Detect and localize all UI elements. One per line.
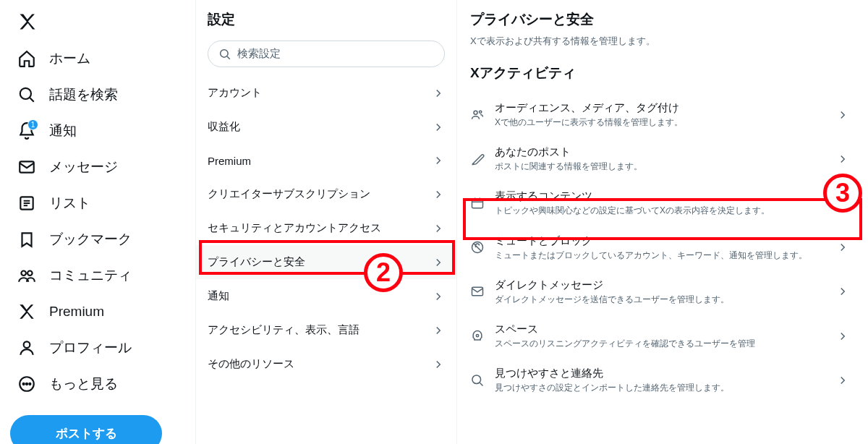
community-icon — [17, 266, 36, 285]
svg-rect-13 — [472, 200, 483, 208]
chevron-right-icon — [432, 358, 445, 371]
primary-nav: ホーム 話題を検索 1 通知 メッセージ リスト ブックマーク コミュニティ P… — [0, 0, 195, 444]
settings-item-label: アカウント — [208, 86, 262, 100]
settings-item[interactable]: Premium — [196, 144, 456, 177]
chevron-right-icon — [432, 256, 445, 269]
detail-panel: プライバシーと安全 Xで表示および共有する情報を管理します。 Xアクティビティ … — [457, 0, 868, 444]
chevron-right-icon — [432, 121, 445, 134]
detail-item-text: ダイレクトメッセージダイレクトメッセージを送信できるユーザーを管理します。 — [495, 278, 826, 305]
nav-label: 通知 — [49, 121, 77, 140]
mail-icon — [17, 158, 36, 176]
settings-title: 設定 — [196, 0, 456, 36]
settings-item[interactable]: アクセシビリティ、表示、言語 — [196, 313, 456, 347]
detail-subtitle: Xで表示および共有する情報を管理します。 — [457, 35, 862, 58]
nav-notifications[interactable]: 1 通知 — [7, 114, 190, 148]
detail-item-desc: ダイレクトメッセージを送信できるユーザーを管理します。 — [495, 294, 826, 305]
nav-more[interactable]: もっと見る — [7, 367, 190, 401]
chevron-right-icon — [432, 154, 445, 167]
nav-home[interactable]: ホーム — [7, 42, 190, 75]
search-icon — [218, 48, 231, 61]
settings-search-wrap: 検索設定 — [196, 36, 456, 76]
detail-item-text: ミュートとブロックミュートまたはブロックしているアカウント、キーワード、通知を管… — [495, 234, 826, 261]
settings-item-label: クリエイターサブスクリプション — [208, 187, 370, 201]
detail-item[interactable]: ミュートとブロックミュートまたはブロックしているアカウント、キーワード、通知を管… — [457, 226, 862, 270]
settings-item[interactable]: アカウント — [196, 76, 456, 110]
settings-item-label: アクセシビリティ、表示、言語 — [208, 323, 359, 337]
post-button[interactable]: ポストする — [10, 415, 162, 444]
chevron-right-icon — [432, 324, 445, 337]
search-icon — [17, 85, 36, 104]
detail-item-desc: ミュートまたはブロックしているアカウント、キーワード、通知を管理します。 — [495, 249, 826, 261]
chevron-right-icon — [432, 290, 445, 303]
nav-label: Premium — [49, 304, 104, 320]
nav-label: リスト — [49, 194, 90, 213]
nav-lists[interactable]: リスト — [7, 187, 190, 220]
x-logo[interactable] — [17, 12, 38, 32]
settings-item-label: セキュリティとアカウントアクセス — [208, 221, 381, 235]
notification-badge: 1 — [27, 119, 38, 130]
nav-communities[interactable]: コミュニティ — [7, 259, 190, 292]
svg-point-11 — [474, 111, 477, 114]
nav-profile[interactable]: プロフィール — [7, 331, 190, 364]
settings-item[interactable]: その他のリソース — [196, 347, 456, 381]
settings-item[interactable]: クリエイターサブスクリプション — [196, 177, 456, 211]
chevron-right-icon — [432, 87, 445, 100]
settings-item[interactable]: 収益化 — [196, 110, 456, 144]
svg-point-5 — [24, 341, 30, 348]
detail-item-label: ミュートとブロック — [495, 234, 826, 248]
detail-item-text: スペーススペースのリスニングアクティビティを確認できるユーザーを管理 — [495, 323, 826, 349]
svg-point-4 — [27, 271, 33, 276]
nav-bookmarks[interactable]: ブックマーク — [7, 223, 190, 256]
settings-item[interactable]: セキュリティとアカウントアクセス — [196, 211, 456, 245]
nav-label: もっと見る — [49, 375, 118, 393]
chevron-right-icon — [836, 374, 849, 387]
detail-item-desc: 見つけやすさの設定とインポートした連絡先を管理します。 — [495, 382, 826, 393]
detail-item-label: オーディエンス、メディア、タグ付け — [495, 101, 826, 115]
nav-messages[interactable]: メッセージ — [7, 150, 190, 184]
bell-icon: 1 — [17, 121, 36, 140]
detail-item-icon — [470, 284, 485, 299]
nav-premium[interactable]: Premium — [7, 295, 190, 328]
nav-explore[interactable]: 話題を検索 — [7, 78, 190, 111]
svg-point-16 — [476, 334, 478, 336]
detail-item-label: あなたのポスト — [495, 145, 826, 159]
detail-item-icon — [470, 373, 485, 388]
home-icon — [17, 49, 36, 68]
settings-item[interactable]: プライバシーと安全 — [196, 245, 456, 279]
settings-search[interactable]: 検索設定 — [208, 40, 445, 67]
svg-point-12 — [480, 111, 482, 113]
more-icon — [17, 375, 36, 393]
detail-list: オーディエンス、メディア、タグ付けXで他のユーザーに表示する情報を管理します。あ… — [457, 93, 862, 402]
svg-point-7 — [23, 383, 25, 385]
chevron-right-icon — [836, 153, 849, 166]
detail-item-icon — [470, 108, 485, 122]
settings-list: アカウント収益化Premiumクリエイターサブスクリプションセキュリティとアカウ… — [196, 76, 456, 381]
detail-item[interactable]: あなたのポストポストに関連する情報を管理します。 — [457, 137, 862, 181]
detail-item[interactable]: 見つけやすさと連絡先見つけやすさの設定とインポートした連絡先を管理します。 — [457, 358, 862, 402]
settings-item-label: Premium — [208, 155, 251, 167]
settings-item[interactable]: 通知 — [196, 279, 456, 313]
chevron-right-icon — [836, 108, 849, 121]
detail-item-label: ダイレクトメッセージ — [495, 278, 826, 292]
detail-item[interactable]: オーディエンス、メディア、タグ付けXで他のユーザーに表示する情報を管理します。 — [457, 93, 862, 137]
chevron-right-icon — [836, 241, 849, 254]
settings-item-label: 通知 — [208, 289, 229, 303]
svg-point-10 — [221, 49, 229, 57]
nav-label: ホーム — [49, 49, 90, 68]
nav-label: プロフィール — [49, 338, 132, 357]
detail-item-icon — [470, 240, 485, 255]
nav-label: メッセージ — [49, 158, 118, 176]
detail-item-label: スペース — [495, 323, 826, 336]
svg-point-9 — [29, 383, 30, 385]
settings-item-label: その他のリソース — [208, 357, 294, 371]
detail-item[interactable]: 表示するコンテンツトピックや興味関心などの設定に基づいてXの表示内容を決定します… — [457, 181, 862, 225]
svg-point-3 — [21, 271, 26, 276]
detail-item-icon — [470, 329, 485, 343]
detail-item-icon — [470, 152, 485, 166]
detail-item-text: オーディエンス、メディア、タグ付けXで他のユーザーに表示する情報を管理します。 — [495, 101, 826, 128]
detail-item[interactable]: スペーススペースのリスニングアクティビティを確認できるユーザーを管理 — [457, 314, 862, 358]
detail-item-desc: Xで他のユーザーに表示する情報を管理します。 — [495, 116, 826, 128]
chevron-right-icon — [836, 285, 849, 298]
svg-point-0 — [20, 88, 31, 99]
detail-item[interactable]: ダイレクトメッセージダイレクトメッセージを送信できるユーザーを管理します。 — [457, 270, 862, 314]
